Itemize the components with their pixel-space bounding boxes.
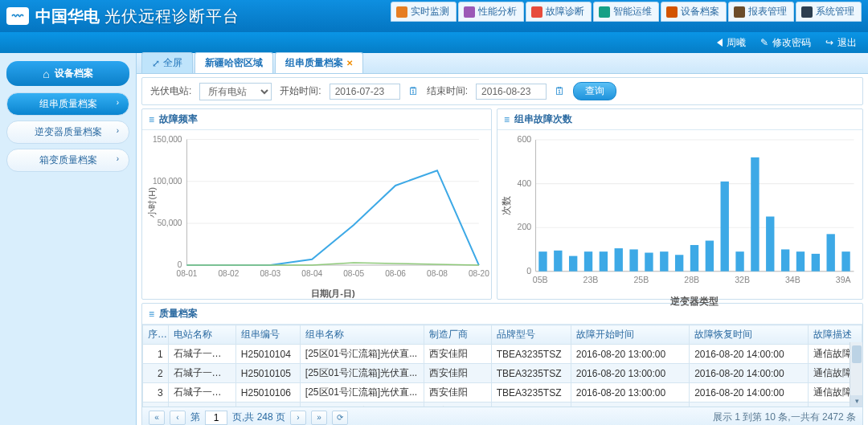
chevron-right-icon: › bbox=[117, 154, 119, 163]
prev-page-button[interactable]: ‹ bbox=[170, 411, 186, 425]
tab-fullscreen[interactable]: ⤢全屏 bbox=[141, 52, 193, 73]
tab-current[interactable]: 组串质量档案✕ bbox=[275, 52, 363, 73]
station-select[interactable]: 所有电站 bbox=[199, 83, 272, 100]
fault-count-card: ≡组串故障次数 020040060005B23B25B28B32B34B39A次… bbox=[497, 108, 863, 300]
column-header[interactable]: 序号 bbox=[143, 325, 169, 345]
home-icon: ⌂ bbox=[43, 67, 49, 80]
column-header[interactable]: 组串编号 bbox=[235, 325, 300, 345]
svg-rect-40 bbox=[690, 245, 698, 272]
svg-rect-45 bbox=[766, 217, 774, 272]
fault-count-chart: 020040060005B23B25B28B32B34B39A次数逆变器类型 bbox=[497, 130, 862, 311]
fullscreen-icon: ⤢ bbox=[152, 58, 160, 69]
svg-text:50,000: 50,000 bbox=[158, 219, 182, 227]
table-row[interactable]: 3石城子一二期H25010106[25区01号汇流箱]光伏直...西安佳阳TBE… bbox=[143, 383, 862, 403]
nav-icon bbox=[734, 6, 745, 18]
svg-text:次数: 次数 bbox=[501, 196, 511, 215]
nav-icon bbox=[396, 6, 407, 18]
column-header[interactable]: 故障描述 bbox=[808, 325, 862, 345]
change-password-link[interactable]: ✎修改密码 bbox=[760, 36, 811, 50]
column-header[interactable]: 组串名称 bbox=[300, 325, 424, 345]
sub-header: 周曦 ✎修改密码 ↪退出 bbox=[0, 32, 868, 53]
filter-bar: 光伏电站: 所有电站 开始时间: 🗓 结束时间: 🗓 查询 bbox=[141, 77, 863, 105]
column-header[interactable]: 品牌型号 bbox=[491, 325, 571, 345]
scroll-thumb[interactable] bbox=[852, 345, 862, 363]
list-icon: ≡ bbox=[149, 114, 154, 125]
sidebar-item[interactable]: 组串质量档案› bbox=[6, 92, 129, 116]
scrollbar[interactable]: ▾ bbox=[850, 342, 862, 407]
svg-rect-30 bbox=[538, 251, 547, 272]
column-header[interactable]: 故障恢复时间 bbox=[690, 325, 808, 345]
pager: « ‹ 第 页,共 248 页 › » ⟳ 展示 1 到第 10 条,一共有 2… bbox=[142, 407, 862, 425]
svg-text:600: 600 bbox=[518, 134, 532, 144]
quality-archive-card: ≡质量档案 序号电站名称组串编号组串名称制造厂商品牌型号故障开始时间故障恢复时间… bbox=[141, 303, 863, 425]
svg-rect-36 bbox=[629, 249, 637, 271]
svg-text:150,000: 150,000 bbox=[153, 135, 182, 144]
first-page-button[interactable]: « bbox=[149, 411, 165, 425]
query-button[interactable]: 查询 bbox=[573, 82, 616, 100]
end-date-input[interactable] bbox=[476, 84, 547, 100]
svg-rect-42 bbox=[721, 182, 729, 272]
tab-region[interactable]: 新疆哈密区域 bbox=[194, 52, 273, 73]
svg-text:25B: 25B bbox=[633, 275, 649, 284]
next-page-button[interactable]: › bbox=[290, 411, 306, 425]
user-link[interactable]: 周曦 bbox=[717, 36, 746, 50]
svg-text:逆变器类型: 逆变器类型 bbox=[669, 296, 719, 306]
brand-name: 中国华电 bbox=[35, 6, 100, 27]
calendar-icon[interactable]: 🗓 bbox=[408, 85, 419, 97]
svg-rect-37 bbox=[645, 253, 653, 272]
svg-rect-35 bbox=[615, 248, 623, 272]
svg-rect-48 bbox=[812, 254, 820, 272]
nav-item[interactable]: 系统管理 bbox=[796, 2, 862, 22]
nav-icon bbox=[599, 6, 610, 18]
nav-item[interactable]: 报表管理 bbox=[728, 2, 794, 22]
quality-archive-title: 质量档案 bbox=[159, 307, 198, 321]
sidebar-item[interactable]: 箱变质量档案› bbox=[6, 149, 129, 172]
nav-icon bbox=[801, 6, 813, 18]
logout-icon: ↪ bbox=[825, 37, 833, 48]
column-header[interactable]: 故障开始时间 bbox=[571, 325, 689, 345]
close-icon[interactable]: ✕ bbox=[346, 59, 353, 67]
page-input[interactable] bbox=[205, 411, 227, 425]
svg-text:日期(月-日): 日期(月-日) bbox=[311, 288, 355, 298]
sidebar-item[interactable]: 逆变器质量档案› bbox=[6, 121, 129, 144]
start-date-input[interactable] bbox=[330, 84, 400, 100]
svg-text:39A: 39A bbox=[836, 275, 852, 284]
nav-item[interactable]: 智能运维 bbox=[593, 2, 659, 22]
edit-icon: ✎ bbox=[760, 37, 768, 48]
nav-item[interactable]: 实时监测 bbox=[391, 2, 457, 22]
nav-item[interactable]: 故障诊断 bbox=[526, 2, 592, 22]
logout-link[interactable]: ↪退出 bbox=[825, 36, 857, 50]
table-row[interactable]: 2石城子一二期H25010105[25区01号汇流箱]光伏直...西安佳阳TBE… bbox=[143, 364, 862, 383]
svg-rect-49 bbox=[827, 234, 835, 271]
refresh-button[interactable]: ⟳ bbox=[332, 411, 348, 425]
svg-text:32B: 32B bbox=[735, 275, 750, 284]
svg-text:08-06: 08-06 bbox=[385, 269, 406, 278]
nav-item[interactable]: 设备档案 bbox=[661, 2, 727, 22]
last-page-button[interactable]: » bbox=[311, 411, 327, 425]
svg-rect-31 bbox=[554, 251, 562, 272]
end-label: 结束时间: bbox=[427, 84, 468, 98]
user-icon bbox=[717, 39, 723, 47]
fault-freq-chart: 050,000100,000150,00008-0108-0208-0308-0… bbox=[142, 130, 491, 303]
svg-text:23B: 23B bbox=[583, 275, 599, 284]
svg-rect-38 bbox=[660, 251, 668, 272]
svg-rect-50 bbox=[841, 251, 850, 272]
column-header[interactable]: 电站名称 bbox=[168, 325, 235, 345]
table-row[interactable]: 4石城子一二期H25010107[25区01号汇流箱]光伏直...西安佳阳TBE… bbox=[143, 403, 862, 407]
column-header[interactable]: 制造厂商 bbox=[424, 325, 491, 345]
nav-item[interactable]: 性能分析 bbox=[458, 2, 524, 22]
fault-freq-title: 故障频率 bbox=[159, 112, 198, 126]
svg-rect-33 bbox=[584, 251, 592, 272]
calendar-icon[interactable]: 🗓 bbox=[555, 85, 565, 97]
table-row[interactable]: 1石城子一二期H25010104[25区01号汇流箱]光伏直...西安佳阳TBE… bbox=[143, 345, 862, 364]
svg-rect-41 bbox=[706, 241, 714, 272]
top-nav: 实时监测性能分析故障诊断智能运维设备档案报表管理系统管理 bbox=[391, 2, 862, 22]
scroll-down-icon[interactable]: ▾ bbox=[850, 395, 862, 407]
svg-text:200: 200 bbox=[518, 222, 532, 231]
svg-text:08-04: 08-04 bbox=[301, 269, 322, 278]
app-title: 光伏远程诊断平台 bbox=[104, 6, 240, 27]
svg-rect-39 bbox=[675, 255, 683, 271]
svg-text:05B: 05B bbox=[533, 275, 548, 284]
content-area: ⤢全屏 新疆哈密区域 组串质量档案✕ 光伏电站: 所有电站 开始时间: 🗓 结束… bbox=[137, 53, 868, 425]
station-label: 光伏电站: bbox=[150, 84, 191, 98]
